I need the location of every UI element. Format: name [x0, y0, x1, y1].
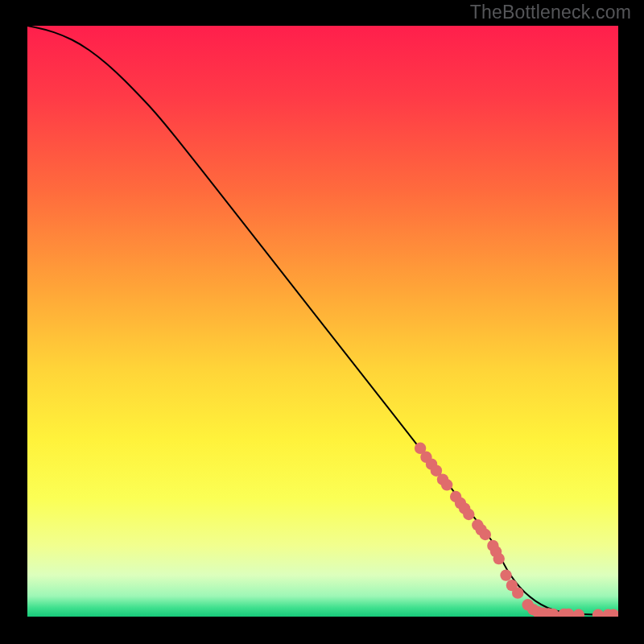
data-marker	[500, 569, 511, 580]
chart-frame: TheBottleneck.com	[0, 0, 644, 644]
chart-svg	[27, 26, 618, 617]
gradient-background	[27, 26, 618, 617]
data-marker	[493, 553, 505, 564]
data-marker	[512, 587, 523, 598]
data-marker	[463, 509, 474, 520]
plot-area	[27, 26, 618, 617]
data-marker	[480, 529, 491, 540]
data-marker	[441, 479, 452, 490]
attribution-label: TheBottleneck.com	[470, 2, 631, 23]
